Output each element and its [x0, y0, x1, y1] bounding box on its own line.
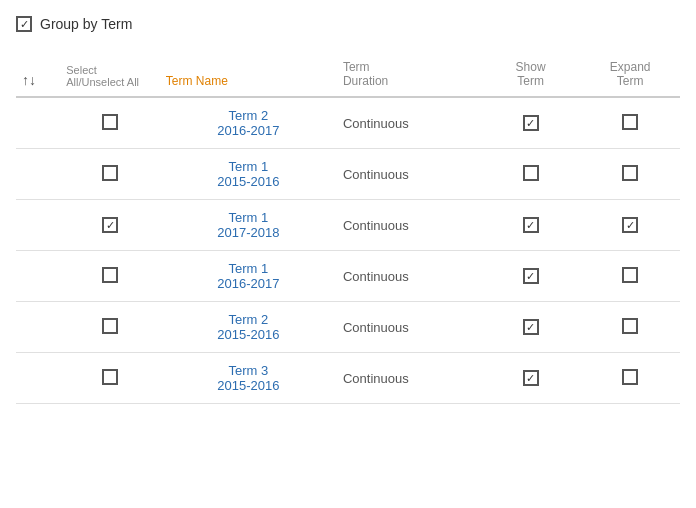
row-select-cell — [60, 200, 160, 251]
row-term-name: Term 22016-2017 — [160, 97, 337, 149]
row-term-duration: Continuous — [337, 149, 481, 200]
row-show-term-cell — [481, 353, 581, 404]
table-header-row: ↑↓ Select All/Unselect All Term Name Ter… — [16, 52, 680, 97]
row-show-term-checkbox[interactable] — [523, 319, 539, 335]
row-expand-term-checkbox[interactable] — [622, 267, 638, 283]
row-sort-cell — [16, 200, 60, 251]
table-row: Term 32015-2016Continuous — [16, 353, 680, 404]
row-term-name: Term 12015-2016 — [160, 149, 337, 200]
row-show-term-checkbox[interactable] — [523, 268, 539, 284]
row-select-checkbox[interactable] — [102, 217, 118, 233]
row-term-duration: Continuous — [337, 251, 481, 302]
sort-icon: ↑↓ — [22, 72, 36, 88]
row-sort-cell — [16, 302, 60, 353]
row-sort-cell — [16, 149, 60, 200]
row-select-checkbox[interactable] — [102, 267, 118, 283]
row-show-term-cell — [481, 97, 581, 149]
row-show-term-cell — [481, 251, 581, 302]
row-term-name: Term 12016-2017 — [160, 251, 337, 302]
row-expand-term-checkbox[interactable] — [622, 369, 638, 385]
row-term-duration: Continuous — [337, 97, 481, 149]
row-select-cell — [60, 251, 160, 302]
row-select-cell — [60, 149, 160, 200]
sort-header[interactable]: ↑↓ — [16, 52, 60, 97]
table-row: Term 22016-2017Continuous — [16, 97, 680, 149]
row-show-term-checkbox[interactable] — [523, 165, 539, 181]
row-expand-term-checkbox[interactable] — [622, 114, 638, 130]
row-term-name: Term 22015-2016 — [160, 302, 337, 353]
row-expand-term-cell — [580, 200, 680, 251]
group-by-term-checkbox[interactable] — [16, 16, 32, 32]
row-expand-term-checkbox[interactable] — [622, 217, 638, 233]
row-show-term-checkbox[interactable] — [523, 370, 539, 386]
row-select-cell — [60, 302, 160, 353]
row-show-term-checkbox[interactable] — [523, 217, 539, 233]
row-expand-term-cell — [580, 149, 680, 200]
table-row: Term 12015-2016Continuous — [16, 149, 680, 200]
term-duration-header: TermDuration — [337, 52, 481, 97]
row-show-term-cell — [481, 200, 581, 251]
row-select-cell — [60, 353, 160, 404]
row-expand-term-cell — [580, 302, 680, 353]
show-term-header: ShowTerm — [481, 52, 581, 97]
row-expand-term-cell — [580, 251, 680, 302]
row-term-duration: Continuous — [337, 200, 481, 251]
row-show-term-cell — [481, 149, 581, 200]
row-term-duration: Continuous — [337, 302, 481, 353]
group-by-term-row: Group by Term — [16, 16, 680, 32]
row-expand-term-cell — [580, 353, 680, 404]
row-select-checkbox[interactable] — [102, 114, 118, 130]
row-select-checkbox[interactable] — [102, 165, 118, 181]
row-expand-term-checkbox[interactable] — [622, 165, 638, 181]
row-sort-cell — [16, 251, 60, 302]
table-row: Term 12017-2018Continuous — [16, 200, 680, 251]
row-term-duration: Continuous — [337, 353, 481, 404]
row-expand-term-checkbox[interactable] — [622, 318, 638, 334]
row-term-name: Term 12017-2018 — [160, 200, 337, 251]
table-row: Term 12016-2017Continuous — [16, 251, 680, 302]
row-sort-cell — [16, 353, 60, 404]
row-select-cell — [60, 97, 160, 149]
row-select-checkbox[interactable] — [102, 369, 118, 385]
term-name-header: Term Name — [160, 52, 337, 97]
row-term-name: Term 32015-2016 — [160, 353, 337, 404]
row-select-checkbox[interactable] — [102, 318, 118, 334]
group-by-term-label[interactable]: Group by Term — [40, 16, 132, 32]
select-all-header[interactable]: Select All/Unselect All — [60, 52, 160, 97]
table-row: Term 22015-2016Continuous — [16, 302, 680, 353]
expand-term-header: ExpandTerm — [580, 52, 680, 97]
row-sort-cell — [16, 97, 60, 149]
terms-table: ↑↓ Select All/Unselect All Term Name Ter… — [16, 52, 680, 404]
row-show-term-checkbox[interactable] — [523, 115, 539, 131]
row-show-term-cell — [481, 302, 581, 353]
row-expand-term-cell — [580, 97, 680, 149]
